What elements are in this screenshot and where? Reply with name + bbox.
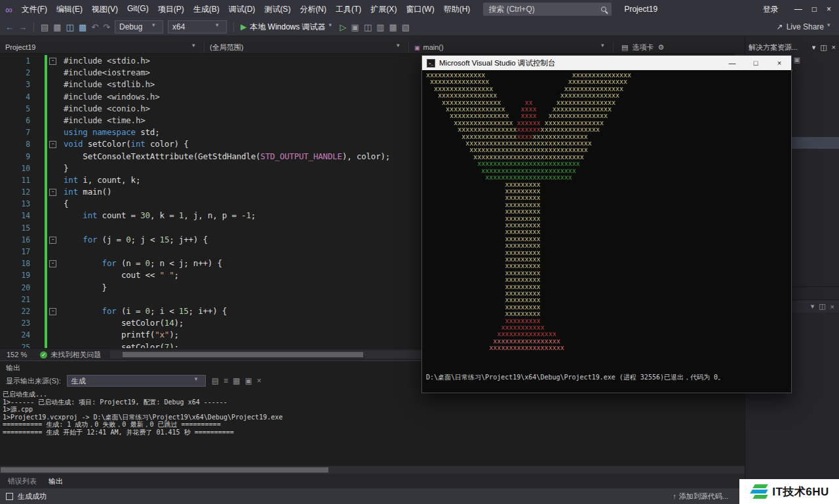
console-minimize-button[interactable]: —	[720, 56, 744, 70]
close-icon[interactable]: ×	[832, 43, 836, 51]
output-toolbar-icons: ▤≡▦▣×	[212, 376, 262, 385]
code-text: for (j = 0; j < 15; j++) {	[59, 234, 208, 246]
method-icon: ▣	[414, 45, 420, 51]
tab-options-area[interactable]: ▤ 选项卡 ⚙	[614, 41, 672, 53]
ascii-art-line: xxxxxxxxxxxxxxxxxxx	[426, 345, 791, 351]
properties-icon[interactable]: ▣	[793, 56, 800, 64]
find-in-files-icon[interactable]: ▦	[389, 22, 397, 32]
menu-item[interactable]: 项目(P)	[153, 2, 189, 17]
menu-item[interactable]: 文件(F)	[17, 2, 52, 17]
add-to-source-control-button[interactable]: ↑ 添加到源代码...	[673, 492, 728, 501]
output-horizontal-scrollbar[interactable]	[0, 466, 745, 474]
fold-collapse-icon[interactable]	[47, 186, 59, 198]
minimize-button[interactable]: —	[792, 5, 805, 14]
tab-list-icon[interactable]: ▤	[621, 43, 628, 52]
fold-margin	[47, 67, 59, 79]
line-number: 11	[0, 174, 33, 186]
quick-search-box[interactable]: 搜索 (Ctrl+Q)	[483, 3, 612, 16]
code-text: {	[59, 198, 68, 210]
menu-item[interactable]: 生成(B)	[189, 2, 224, 17]
menu-item[interactable]: 测试(S)	[260, 2, 295, 17]
solution-configuration-dropdown[interactable]: Debug	[115, 20, 163, 33]
menu-item[interactable]: 扩展(X)	[366, 2, 401, 17]
start-debugging-button[interactable]: ▶ 本地 Windows 调试器	[241, 22, 336, 33]
start-without-debugging-icon[interactable]: ▷	[340, 22, 347, 32]
save-all-icon[interactable]: ▩	[79, 22, 87, 32]
output-line: 1>源.cpp	[3, 406, 742, 414]
chevron-down-icon[interactable]: ▾	[811, 302, 815, 311]
close-button[interactable]: ×	[824, 5, 834, 14]
scrollbar-thumb[interactable]	[1, 467, 328, 473]
live-share-icon: ↗	[777, 22, 783, 31]
toolbar-separator	[233, 22, 234, 32]
breakpoints-icon[interactable]: ▣	[351, 22, 359, 32]
console-title-bar[interactable]: >_ Microsoft Visual Studio 调试控制台 —□×	[422, 56, 791, 70]
fold-collapse-icon[interactable]	[47, 258, 59, 269]
line-number: 7	[0, 126, 33, 138]
build-status-icon	[6, 493, 13, 500]
output-source-dropdown[interactable]: 生成	[67, 375, 206, 387]
fold-collapse-icon[interactable]	[47, 305, 59, 317]
pin-icon[interactable]: ◫	[819, 302, 825, 311]
live-share-button[interactable]: ↗ Live Share	[777, 22, 834, 31]
menu-item[interactable]: 窗口(W)	[401, 2, 439, 17]
new-file-icon[interactable]: ▤	[41, 22, 49, 32]
output-log[interactable]: 已启动生成...1>------ 已启动生成: 项目: Project19, 配…	[0, 388, 745, 466]
menu-item[interactable]: Git(G)	[123, 2, 153, 17]
undo-icon[interactable]: ↶	[91, 22, 98, 32]
project-dropdown[interactable]: Project19	[0, 41, 205, 53]
pin-icon[interactable]: ◫	[820, 43, 827, 52]
solution-platform-dropdown[interactable]: x64	[168, 20, 227, 33]
redo-icon[interactable]: ↷	[103, 22, 110, 32]
zoom-level[interactable]: 152 %	[0, 351, 33, 359]
line-number: 19	[0, 269, 33, 281]
console-maximize-button[interactable]: □	[744, 56, 768, 70]
menu-item[interactable]: 工具(T)	[331, 2, 366, 17]
visual-studio-window: ∞ 文件(F)编辑(E)视图(V)Git(G)项目(P)生成(B)调试(D)测试…	[0, 0, 839, 504]
debug-console-window[interactable]: >_ Microsoft Visual Studio 调试控制台 —□× xxx…	[421, 55, 792, 393]
toolbar-file-icons: ▤▦◫▩	[41, 22, 87, 32]
console-close-button[interactable]: ×	[768, 56, 791, 70]
document-health-indicator[interactable]: 未找到相关问题	[33, 350, 107, 360]
fold-collapse-icon[interactable]	[47, 55, 59, 67]
close-panel-icon[interactable]: ×	[257, 376, 262, 385]
scope-dropdown[interactable]: (全局范围)	[205, 41, 409, 53]
scrollbar-thumb[interactable]	[123, 352, 362, 357]
fold-collapse-icon[interactable]	[47, 234, 59, 246]
solution-explorer-header[interactable]: 解决方案资源... ▾◫×	[745, 41, 839, 53]
line-number: 3	[0, 79, 33, 90]
fold-margin	[47, 329, 59, 341]
menu-item[interactable]: 帮助(H)	[439, 2, 475, 17]
menu-item[interactable]: 编辑(E)	[52, 2, 87, 17]
menu-item[interactable]: 调试(D)	[224, 2, 260, 17]
member-dropdown[interactable]: ▣main()	[409, 41, 614, 53]
clear-all-icon[interactable]: ▦	[233, 376, 240, 385]
console-window-buttons: —□×	[720, 56, 791, 70]
chevron-down-icon	[827, 24, 834, 30]
console-body[interactable]: xxxxxxxxxxxxxxx xxxxxxxxxxxxxxx xxxxxxxx…	[422, 70, 791, 393]
tool-window-tab[interactable]: 错误列表	[8, 476, 37, 486]
navigate-backward-icon[interactable]: ←	[5, 22, 14, 32]
bookmark-icon[interactable]: ▧	[402, 22, 410, 32]
settings-gear-icon[interactable]: ⚙	[657, 43, 664, 52]
fold-margin	[47, 91, 59, 103]
step-over-icon[interactable]: ◫	[364, 22, 372, 32]
menu-item[interactable]: 分析(N)	[295, 2, 331, 17]
fold-collapse-icon[interactable]	[47, 138, 59, 150]
solution-configurations-icon[interactable]: ▥	[376, 22, 384, 32]
line-number: 25	[0, 341, 33, 349]
navigate-forward-icon[interactable]: →	[18, 22, 27, 32]
close-icon[interactable]: ×	[830, 303, 834, 311]
menu-item[interactable]: 视图(V)	[87, 2, 123, 17]
run-label: 本地 Windows 调试器	[250, 22, 325, 33]
word-wrap-icon[interactable]: ≡	[224, 376, 228, 385]
find-message-icon[interactable]: ▤	[212, 376, 219, 385]
save-icon[interactable]: ◫	[66, 22, 74, 32]
open-file-icon[interactable]: ▦	[53, 22, 61, 32]
chevron-down-icon[interactable]: ▾	[812, 43, 816, 52]
maximize-button[interactable]: □	[810, 5, 819, 14]
sign-in-button[interactable]: 登录	[763, 4, 779, 15]
toggle-autoscroll-icon[interactable]: ▣	[244, 376, 252, 385]
tool-window-tab[interactable]: 输出	[49, 476, 63, 486]
search-placeholder: 搜索 (Ctrl+Q)	[488, 4, 534, 15]
